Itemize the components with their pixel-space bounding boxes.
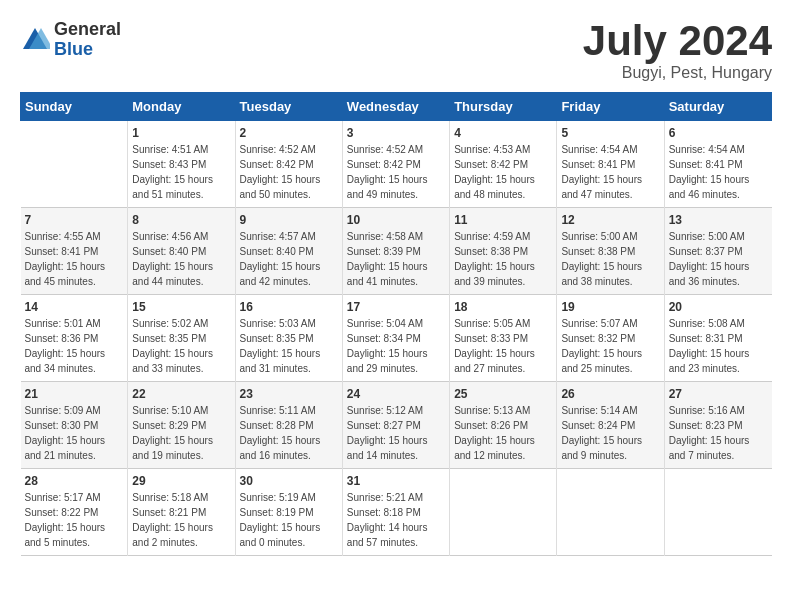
title-area: July 2024 Bugyi, Pest, Hungary: [583, 20, 772, 82]
day-number: 10: [347, 213, 445, 227]
day-info: Sunrise: 5:08 AMSunset: 8:31 PMDaylight:…: [669, 316, 768, 376]
day-info: Sunrise: 5:10 AMSunset: 8:29 PMDaylight:…: [132, 403, 230, 463]
calendar-cell: 5Sunrise: 4:54 AMSunset: 8:41 PMDaylight…: [557, 121, 664, 208]
calendar-week-row: 7Sunrise: 4:55 AMSunset: 8:41 PMDaylight…: [21, 208, 772, 295]
day-info: Sunrise: 4:57 AMSunset: 8:40 PMDaylight:…: [240, 229, 338, 289]
logo-general-text: General: [54, 20, 121, 40]
day-info: Sunrise: 5:21 AMSunset: 8:18 PMDaylight:…: [347, 490, 445, 550]
day-number: 25: [454, 387, 552, 401]
day-number: 28: [25, 474, 124, 488]
calendar-cell: 22Sunrise: 5:10 AMSunset: 8:29 PMDayligh…: [128, 382, 235, 469]
day-info: Sunrise: 4:56 AMSunset: 8:40 PMDaylight:…: [132, 229, 230, 289]
calendar-cell: 3Sunrise: 4:52 AMSunset: 8:42 PMDaylight…: [342, 121, 449, 208]
calendar-cell: 9Sunrise: 4:57 AMSunset: 8:40 PMDaylight…: [235, 208, 342, 295]
day-number: 9: [240, 213, 338, 227]
calendar-cell: 24Sunrise: 5:12 AMSunset: 8:27 PMDayligh…: [342, 382, 449, 469]
day-number: 2: [240, 126, 338, 140]
day-info: Sunrise: 5:09 AMSunset: 8:30 PMDaylight:…: [25, 403, 124, 463]
day-info: Sunrise: 5:07 AMSunset: 8:32 PMDaylight:…: [561, 316, 659, 376]
day-number: 1: [132, 126, 230, 140]
day-info: Sunrise: 4:55 AMSunset: 8:41 PMDaylight:…: [25, 229, 124, 289]
calendar-cell: 8Sunrise: 4:56 AMSunset: 8:40 PMDaylight…: [128, 208, 235, 295]
day-info: Sunrise: 5:00 AMSunset: 8:38 PMDaylight:…: [561, 229, 659, 289]
calendar-cell: 25Sunrise: 5:13 AMSunset: 8:26 PMDayligh…: [450, 382, 557, 469]
day-number: 17: [347, 300, 445, 314]
day-number: 29: [132, 474, 230, 488]
month-title: July 2024: [583, 20, 772, 62]
calendar-cell: 15Sunrise: 5:02 AMSunset: 8:35 PMDayligh…: [128, 295, 235, 382]
weekday-header-saturday: Saturday: [664, 93, 771, 121]
calendar-cell: [21, 121, 128, 208]
calendar-cell: [450, 469, 557, 556]
day-number: 20: [669, 300, 768, 314]
day-number: 6: [669, 126, 768, 140]
day-number: 21: [25, 387, 124, 401]
day-info: Sunrise: 5:17 AMSunset: 8:22 PMDaylight:…: [25, 490, 124, 550]
calendar-cell: 13Sunrise: 5:00 AMSunset: 8:37 PMDayligh…: [664, 208, 771, 295]
day-number: 22: [132, 387, 230, 401]
day-number: 4: [454, 126, 552, 140]
calendar-week-row: 14Sunrise: 5:01 AMSunset: 8:36 PMDayligh…: [21, 295, 772, 382]
day-info: Sunrise: 5:11 AMSunset: 8:28 PMDaylight:…: [240, 403, 338, 463]
day-info: Sunrise: 5:03 AMSunset: 8:35 PMDaylight:…: [240, 316, 338, 376]
day-info: Sunrise: 4:53 AMSunset: 8:42 PMDaylight:…: [454, 142, 552, 202]
calendar-cell: 6Sunrise: 4:54 AMSunset: 8:41 PMDaylight…: [664, 121, 771, 208]
calendar-cell: 2Sunrise: 4:52 AMSunset: 8:42 PMDaylight…: [235, 121, 342, 208]
weekday-header-tuesday: Tuesday: [235, 93, 342, 121]
day-info: Sunrise: 4:59 AMSunset: 8:38 PMDaylight:…: [454, 229, 552, 289]
weekday-header-sunday: Sunday: [21, 93, 128, 121]
day-info: Sunrise: 4:51 AMSunset: 8:43 PMDaylight:…: [132, 142, 230, 202]
day-number: 12: [561, 213, 659, 227]
day-info: Sunrise: 5:16 AMSunset: 8:23 PMDaylight:…: [669, 403, 768, 463]
day-info: Sunrise: 5:19 AMSunset: 8:19 PMDaylight:…: [240, 490, 338, 550]
logo-blue-text: Blue: [54, 40, 121, 60]
weekday-header-row: SundayMondayTuesdayWednesdayThursdayFrid…: [21, 93, 772, 121]
day-number: 14: [25, 300, 124, 314]
logo-icon: [20, 25, 50, 55]
day-number: 30: [240, 474, 338, 488]
logo: General Blue: [20, 20, 121, 60]
calendar-cell: 29Sunrise: 5:18 AMSunset: 8:21 PMDayligh…: [128, 469, 235, 556]
day-info: Sunrise: 5:01 AMSunset: 8:36 PMDaylight:…: [25, 316, 124, 376]
calendar-cell: 14Sunrise: 5:01 AMSunset: 8:36 PMDayligh…: [21, 295, 128, 382]
calendar-cell: 20Sunrise: 5:08 AMSunset: 8:31 PMDayligh…: [664, 295, 771, 382]
day-number: 8: [132, 213, 230, 227]
day-info: Sunrise: 5:12 AMSunset: 8:27 PMDaylight:…: [347, 403, 445, 463]
calendar-week-row: 1Sunrise: 4:51 AMSunset: 8:43 PMDaylight…: [21, 121, 772, 208]
calendar-cell: 26Sunrise: 5:14 AMSunset: 8:24 PMDayligh…: [557, 382, 664, 469]
day-info: Sunrise: 4:54 AMSunset: 8:41 PMDaylight:…: [669, 142, 768, 202]
day-number: 27: [669, 387, 768, 401]
calendar-cell: 4Sunrise: 4:53 AMSunset: 8:42 PMDaylight…: [450, 121, 557, 208]
calendar-cell: 28Sunrise: 5:17 AMSunset: 8:22 PMDayligh…: [21, 469, 128, 556]
weekday-header-friday: Friday: [557, 93, 664, 121]
weekday-header-thursday: Thursday: [450, 93, 557, 121]
calendar-cell: [664, 469, 771, 556]
day-number: 23: [240, 387, 338, 401]
day-number: 31: [347, 474, 445, 488]
day-number: 15: [132, 300, 230, 314]
calendar-week-row: 21Sunrise: 5:09 AMSunset: 8:30 PMDayligh…: [21, 382, 772, 469]
day-info: Sunrise: 4:52 AMSunset: 8:42 PMDaylight:…: [347, 142, 445, 202]
day-number: 16: [240, 300, 338, 314]
day-number: 13: [669, 213, 768, 227]
day-info: Sunrise: 5:05 AMSunset: 8:33 PMDaylight:…: [454, 316, 552, 376]
day-number: 5: [561, 126, 659, 140]
day-info: Sunrise: 4:54 AMSunset: 8:41 PMDaylight:…: [561, 142, 659, 202]
day-number: 18: [454, 300, 552, 314]
weekday-header-wednesday: Wednesday: [342, 93, 449, 121]
calendar-cell: 30Sunrise: 5:19 AMSunset: 8:19 PMDayligh…: [235, 469, 342, 556]
day-number: 24: [347, 387, 445, 401]
calendar-cell: 10Sunrise: 4:58 AMSunset: 8:39 PMDayligh…: [342, 208, 449, 295]
calendar-table: SundayMondayTuesdayWednesdayThursdayFrid…: [20, 92, 772, 556]
calendar-cell: 27Sunrise: 5:16 AMSunset: 8:23 PMDayligh…: [664, 382, 771, 469]
weekday-header-monday: Monday: [128, 93, 235, 121]
calendar-cell: 17Sunrise: 5:04 AMSunset: 8:34 PMDayligh…: [342, 295, 449, 382]
day-number: 11: [454, 213, 552, 227]
day-info: Sunrise: 5:14 AMSunset: 8:24 PMDaylight:…: [561, 403, 659, 463]
calendar-cell: 1Sunrise: 4:51 AMSunset: 8:43 PMDaylight…: [128, 121, 235, 208]
logo-text: General Blue: [54, 20, 121, 60]
day-info: Sunrise: 5:18 AMSunset: 8:21 PMDaylight:…: [132, 490, 230, 550]
calendar-cell: 31Sunrise: 5:21 AMSunset: 8:18 PMDayligh…: [342, 469, 449, 556]
calendar-cell: 7Sunrise: 4:55 AMSunset: 8:41 PMDaylight…: [21, 208, 128, 295]
day-info: Sunrise: 5:02 AMSunset: 8:35 PMDaylight:…: [132, 316, 230, 376]
